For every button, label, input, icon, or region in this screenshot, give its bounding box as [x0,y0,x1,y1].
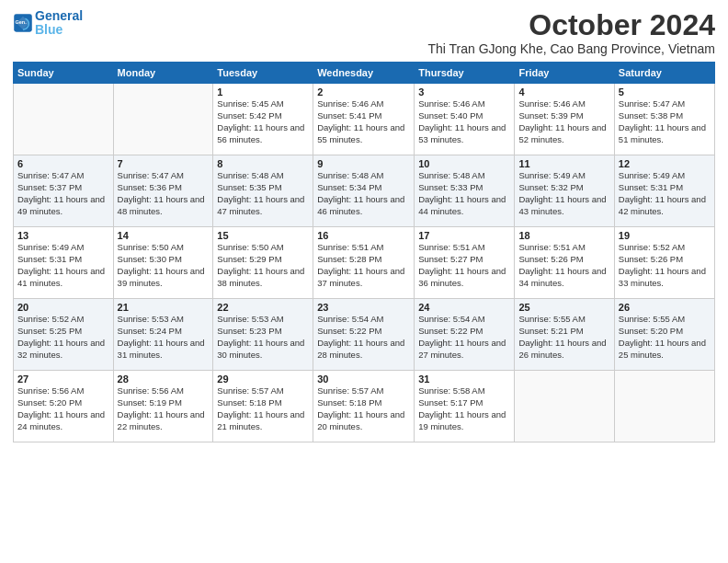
sunset-text: Sunset: 5:28 PM [317,254,381,264]
calendar-cell: 22Sunrise: 5:53 AMSunset: 5:23 PMDayligh… [213,299,313,371]
col-sunday: Sunday [14,63,114,84]
daylight-text: Daylight: 11 hours and 31 minutes. [118,338,205,360]
day-number: 6 [17,158,109,169]
day-number: 10 [418,158,510,169]
sunrise-text: Sunrise: 5:53 AM [217,314,283,324]
calendar-cell: 26Sunrise: 5:55 AMSunset: 5:20 PMDayligh… [614,299,714,371]
day-info: Sunrise: 5:52 AMSunset: 5:25 PMDaylight:… [17,314,109,361]
sunset-text: Sunset: 5:19 PM [118,397,182,408]
day-number: 26 [619,302,711,313]
sunset-text: Sunset: 5:31 PM [619,182,683,192]
day-info: Sunrise: 5:46 AMSunset: 5:41 PMDaylight:… [317,98,410,145]
day-info: Sunrise: 5:55 AMSunset: 5:20 PMDaylight:… [619,314,711,361]
day-number: 29 [217,373,309,385]
sunrise-text: Sunrise: 5:55 AM [518,314,585,324]
daylight-text: Daylight: 11 hours and 39 minutes. [118,266,205,288]
day-number: 8 [217,158,309,169]
day-number: 3 [418,86,510,98]
daylight-text: Daylight: 11 hours and 20 minutes. [317,409,404,431]
sunset-text: Sunset: 5:21 PM [518,326,583,336]
sunset-text: Sunset: 5:27 PM [418,254,483,264]
calendar-cell: 5Sunrise: 5:47 AMSunset: 5:38 PMDaylight… [614,84,714,155]
day-number: 13 [17,230,109,241]
calendar-cell: 21Sunrise: 5:53 AMSunset: 5:24 PMDayligh… [113,299,213,371]
sunset-text: Sunset: 5:32 PM [518,182,583,192]
sunset-text: Sunset: 5:33 PM [418,182,483,192]
daylight-text: Daylight: 11 hours and 42 minutes. [619,194,706,216]
daylight-text: Daylight: 11 hours and 27 minutes. [418,338,506,360]
col-saturday: Saturday [614,63,714,84]
daylight-text: Daylight: 11 hours and 55 minutes. [317,122,404,144]
sunrise-text: Sunrise: 5:52 AM [619,242,685,252]
daylight-text: Daylight: 11 hours and 28 minutes. [317,338,404,360]
calendar-week-3: 13Sunrise: 5:49 AMSunset: 5:31 PMDayligh… [14,227,715,299]
sunrise-text: Sunrise: 5:46 AM [418,98,484,109]
calendar-cell: 30Sunrise: 5:57 AMSunset: 5:18 PMDayligh… [313,371,415,442]
calendar-cell: 25Sunrise: 5:55 AMSunset: 5:21 PMDayligh… [515,299,614,371]
day-info: Sunrise: 5:46 AMSunset: 5:40 PMDaylight:… [418,98,510,145]
daylight-text: Daylight: 11 hours and 53 minutes. [418,122,506,144]
day-number: 30 [317,373,410,385]
calendar-cell: 14Sunrise: 5:50 AMSunset: 5:30 PMDayligh… [113,227,213,299]
calendar-header-row: Sunday Monday Tuesday Wednesday Thursday… [14,63,715,84]
day-number: 21 [118,302,210,313]
calendar-cell [515,371,614,442]
daylight-text: Daylight: 11 hours and 49 minutes. [17,194,105,216]
header: Gen. General Blue October 2024 Thi Tran … [13,9,715,56]
sunset-text: Sunset: 5:35 PM [217,182,281,192]
day-info: Sunrise: 5:56 AMSunset: 5:19 PMDaylight:… [118,385,210,432]
calendar-cell: 17Sunrise: 5:51 AMSunset: 5:27 PMDayligh… [415,227,515,299]
daylight-text: Daylight: 11 hours and 37 minutes. [317,266,404,288]
sunrise-text: Sunrise: 5:57 AM [317,385,383,396]
sunset-text: Sunset: 5:23 PM [217,326,281,336]
day-number: 19 [619,230,711,241]
day-info: Sunrise: 5:48 AMSunset: 5:34 PMDaylight:… [317,170,410,217]
sunrise-text: Sunrise: 5:56 AM [118,385,184,396]
sunset-text: Sunset: 5:17 PM [418,397,483,408]
day-number: 20 [17,302,109,313]
sunrise-text: Sunrise: 5:47 AM [118,170,184,180]
daylight-text: Daylight: 11 hours and 41 minutes. [17,266,105,288]
col-monday: Monday [113,63,213,84]
day-info: Sunrise: 5:56 AMSunset: 5:20 PMDaylight:… [17,385,109,432]
col-tuesday: Tuesday [213,63,313,84]
day-info: Sunrise: 5:55 AMSunset: 5:21 PMDaylight:… [518,314,609,361]
sunrise-text: Sunrise: 5:53 AM [118,314,184,324]
day-info: Sunrise: 5:54 AMSunset: 5:22 PMDaylight:… [418,314,510,361]
day-info: Sunrise: 5:47 AMSunset: 5:37 PMDaylight:… [17,170,109,217]
daylight-text: Daylight: 11 hours and 25 minutes. [619,338,706,360]
page: Gen. General Blue October 2024 Thi Tran … [0,0,728,563]
calendar-cell: 7Sunrise: 5:47 AMSunset: 5:36 PMDaylight… [113,155,213,227]
day-info: Sunrise: 5:54 AMSunset: 5:22 PMDaylight:… [317,314,410,361]
day-number: 4 [518,86,609,98]
sunset-text: Sunset: 5:22 PM [418,326,483,336]
calendar-cell: 16Sunrise: 5:51 AMSunset: 5:28 PMDayligh… [313,227,415,299]
daylight-text: Daylight: 11 hours and 36 minutes. [418,266,506,288]
sunrise-text: Sunrise: 5:46 AM [518,98,585,109]
calendar-cell: 20Sunrise: 5:52 AMSunset: 5:25 PMDayligh… [14,299,114,371]
day-info: Sunrise: 5:52 AMSunset: 5:26 PMDaylight:… [619,242,711,289]
day-number: 16 [317,230,410,241]
day-info: Sunrise: 5:46 AMSunset: 5:39 PMDaylight:… [518,98,609,145]
sunrise-text: Sunrise: 5:50 AM [217,242,283,252]
calendar-cell: 27Sunrise: 5:56 AMSunset: 5:20 PMDayligh… [14,371,114,442]
day-info: Sunrise: 5:49 AMSunset: 5:31 PMDaylight:… [619,170,711,217]
calendar-cell: 11Sunrise: 5:49 AMSunset: 5:32 PMDayligh… [515,155,614,227]
daylight-text: Daylight: 11 hours and 44 minutes. [418,194,506,216]
calendar-cell: 29Sunrise: 5:57 AMSunset: 5:18 PMDayligh… [213,371,313,442]
sunset-text: Sunset: 5:29 PM [217,254,281,264]
day-number: 24 [418,302,510,313]
sunrise-text: Sunrise: 5:49 AM [17,242,84,252]
day-info: Sunrise: 5:45 AMSunset: 5:42 PMDaylight:… [217,98,309,145]
day-number: 1 [217,86,309,98]
calendar-cell: 2Sunrise: 5:46 AMSunset: 5:41 PMDaylight… [313,84,415,155]
sunset-text: Sunset: 5:42 PM [217,110,281,121]
daylight-text: Daylight: 11 hours and 30 minutes. [217,338,304,360]
sunset-text: Sunset: 5:39 PM [518,110,583,121]
day-info: Sunrise: 5:47 AMSunset: 5:38 PMDaylight:… [619,98,711,145]
sunset-text: Sunset: 5:22 PM [317,326,381,336]
day-info: Sunrise: 5:57 AMSunset: 5:18 PMDaylight:… [317,385,410,432]
calendar-cell: 23Sunrise: 5:54 AMSunset: 5:22 PMDayligh… [313,299,415,371]
daylight-text: Daylight: 11 hours and 51 minutes. [619,122,706,144]
logo-icon: Gen. [13,13,33,33]
